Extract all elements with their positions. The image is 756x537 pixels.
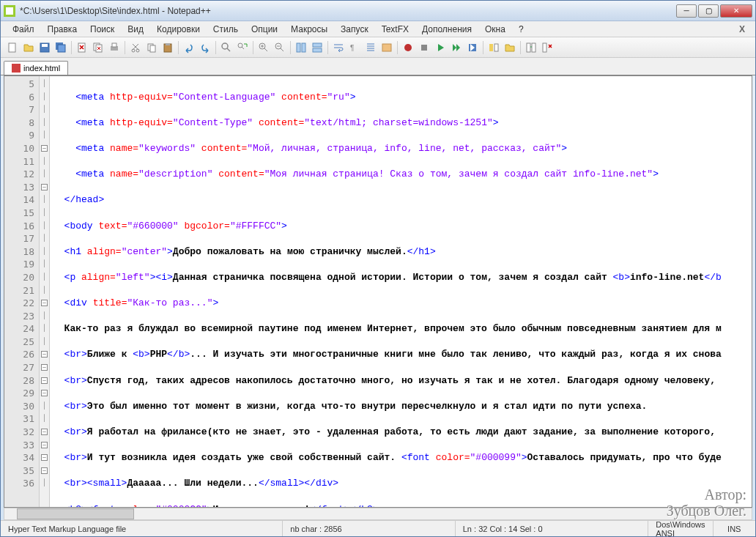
save-button[interactable] bbox=[37, 40, 52, 55]
app-window: *C:\Users\1\Desktop\Site\index.html - No… bbox=[0, 0, 756, 537]
menu-encoding[interactable]: Кодировки bbox=[151, 23, 206, 36]
svg-rect-31 bbox=[527, 43, 530, 52]
line-number-gutter[interactable]: 5678910111213141516171819202122232425262… bbox=[4, 76, 40, 507]
clear-results-button[interactable] bbox=[540, 40, 555, 55]
status-position: Ln : 32 Col : 14 Sel : 0 bbox=[456, 521, 649, 536]
maximize-button[interactable]: ▢ bbox=[698, 4, 719, 18]
svg-rect-9 bbox=[112, 43, 116, 47]
svg-rect-22 bbox=[313, 43, 322, 47]
close-file-button[interactable] bbox=[75, 40, 89, 55]
save-macro-button[interactable] bbox=[465, 40, 480, 55]
play-multi-button[interactable] bbox=[449, 40, 464, 55]
code-area[interactable]: <meta http-equiv="Content-Language" cont… bbox=[50, 76, 752, 507]
menu-style[interactable]: Стиль bbox=[207, 23, 244, 36]
svg-point-16 bbox=[222, 43, 228, 49]
save-all-button[interactable] bbox=[53, 40, 68, 55]
status-insert-mode[interactable]: INS bbox=[714, 521, 755, 536]
light-explorer-button[interactable] bbox=[486, 40, 501, 55]
fold-icon[interactable]: − bbox=[41, 429, 48, 435]
svg-rect-29 bbox=[489, 44, 493, 51]
replace-button[interactable] bbox=[235, 40, 250, 55]
favorites-button[interactable] bbox=[503, 40, 517, 55]
indent-guide-button[interactable] bbox=[363, 40, 378, 55]
menu-textfx[interactable]: TextFX bbox=[376, 23, 415, 36]
menubar: Файл Правка Поиск Вид Кодировки Стиль Оп… bbox=[1, 21, 755, 37]
open-file-button[interactable] bbox=[21, 40, 36, 55]
zoom-out-button[interactable] bbox=[273, 40, 287, 55]
compare-button[interactable] bbox=[524, 40, 538, 55]
fold-icon[interactable]: − bbox=[41, 145, 48, 152]
fold-icon[interactable]: − bbox=[41, 390, 48, 396]
play-macro-button[interactable] bbox=[433, 40, 448, 55]
stop-macro-button[interactable] bbox=[417, 40, 431, 55]
file-modified-icon bbox=[12, 64, 21, 73]
svg-point-26 bbox=[404, 44, 412, 51]
sync-v-button[interactable] bbox=[294, 40, 308, 55]
fold-icon[interactable]: − bbox=[41, 351, 48, 358]
svg-rect-20 bbox=[297, 43, 300, 52]
horizontal-scrollbar[interactable] bbox=[4, 508, 752, 520]
fold-icon[interactable]: − bbox=[41, 364, 48, 371]
svg-rect-33 bbox=[543, 43, 546, 52]
svg-rect-0 bbox=[9, 43, 15, 52]
svg-rect-4 bbox=[58, 45, 65, 52]
fold-icon[interactable]: − bbox=[41, 300, 48, 306]
cut-button[interactable] bbox=[128, 40, 143, 55]
fold-icon[interactable]: − bbox=[41, 467, 48, 474]
menu-window[interactable]: Окна bbox=[479, 23, 511, 36]
fold-icon[interactable]: − bbox=[41, 442, 48, 448]
statusbar: Hyper Text Markup Language file nb char … bbox=[1, 520, 755, 536]
svg-rect-15 bbox=[166, 43, 170, 45]
sync-h-button[interactable] bbox=[310, 40, 325, 55]
fold-gutter[interactable]: │││││ − ││ − ││││││││ − │││ − − − − ││ −… bbox=[40, 76, 50, 507]
menu-macros[interactable]: Макросы bbox=[285, 23, 333, 36]
svg-rect-21 bbox=[302, 43, 305, 52]
status-chars: nb char : 2856 bbox=[283, 521, 455, 536]
svg-rect-23 bbox=[313, 48, 322, 52]
fold-icon[interactable]: − bbox=[41, 454, 48, 461]
close-button[interactable]: ✕ bbox=[720, 4, 752, 18]
undo-button[interactable] bbox=[182, 40, 196, 55]
svg-rect-27 bbox=[421, 45, 427, 51]
svg-rect-32 bbox=[532, 43, 536, 52]
window-title: *C:\Users\1\Desktop\Site\index.html - No… bbox=[20, 6, 676, 16]
svg-rect-13 bbox=[150, 45, 155, 52]
scrollbar-thumb[interactable] bbox=[17, 508, 134, 519]
find-button[interactable] bbox=[219, 40, 234, 55]
status-filetype: Hyper Text Markup Language file bbox=[1, 521, 283, 536]
paste-button[interactable] bbox=[160, 40, 175, 55]
svg-rect-25 bbox=[382, 44, 391, 51]
menu-plugins[interactable]: Дополнения bbox=[416, 23, 478, 36]
record-macro-button[interactable] bbox=[401, 40, 415, 55]
menu-search[interactable]: Поиск bbox=[84, 23, 120, 36]
menu-file[interactable]: Файл bbox=[7, 23, 40, 36]
zoom-in-button[interactable] bbox=[256, 40, 271, 55]
status-eol-encoding: Dos\Windows ANSI bbox=[648, 521, 713, 536]
copy-button[interactable] bbox=[144, 40, 159, 55]
fold-icon[interactable]: − bbox=[41, 184, 48, 190]
menu-options[interactable]: Опции bbox=[245, 23, 284, 36]
user-lang-button[interactable] bbox=[379, 40, 394, 55]
menu-edit[interactable]: Правка bbox=[42, 23, 84, 36]
app-icon bbox=[4, 5, 15, 17]
tab-bar: index.html bbox=[1, 58, 755, 75]
wrap-button[interactable] bbox=[331, 40, 346, 55]
menu-view[interactable]: Вид bbox=[122, 23, 149, 36]
new-file-button[interactable] bbox=[5, 40, 20, 55]
tab-label: index.html bbox=[23, 64, 60, 73]
svg-rect-2 bbox=[42, 44, 48, 47]
tab-index-html[interactable]: index.html bbox=[4, 61, 68, 75]
titlebar[interactable]: *C:\Users\1\Desktop\Site\index.html - No… bbox=[1, 1, 755, 21]
toolbar: ¶ bbox=[1, 37, 755, 58]
editor: 5678910111213141516171819202122232425262… bbox=[4, 75, 752, 508]
close-all-button[interactable] bbox=[91, 40, 105, 55]
fold-icon[interactable]: − bbox=[41, 377, 48, 384]
redo-button[interactable] bbox=[198, 40, 212, 55]
all-chars-button[interactable]: ¶ bbox=[347, 40, 362, 55]
menu-run[interactable]: Запуск bbox=[335, 23, 374, 36]
menubar-close-icon[interactable]: X bbox=[735, 24, 749, 34]
menu-help[interactable]: ? bbox=[513, 23, 530, 36]
print-button[interactable] bbox=[107, 40, 122, 55]
svg-rect-30 bbox=[494, 44, 498, 51]
minimize-button[interactable]: ─ bbox=[676, 4, 697, 18]
